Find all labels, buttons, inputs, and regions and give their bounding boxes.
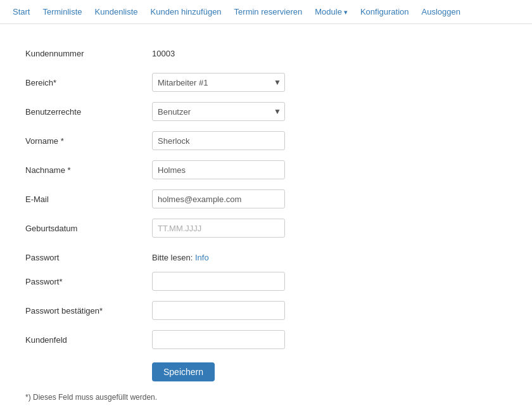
passwort-info-text: Bitte lesen: Info bbox=[152, 253, 209, 262]
passwort-bestaetigen-input[interactable] bbox=[152, 301, 285, 320]
save-button[interactable]: Speichern bbox=[152, 362, 215, 381]
kundenfeld-label: Kundenfeld bbox=[25, 335, 152, 345]
save-button-row: Speichern bbox=[25, 359, 507, 381]
bereich-label: Bereich* bbox=[25, 78, 152, 87]
geburtsdatum-input[interactable] bbox=[152, 219, 285, 238]
bereich-select-wrapper: Mitarbeiter #1 Mitarbeiter #2 Mitarbeite… bbox=[152, 73, 285, 92]
vorname-input[interactable] bbox=[152, 131, 285, 150]
nav-start[interactable]: Start bbox=[6, 0, 36, 24]
vorname-label: Vorname * bbox=[25, 136, 152, 146]
vorname-row: Vorname * bbox=[25, 131, 507, 151]
email-input[interactable] bbox=[152, 189, 285, 208]
geburtsdatum-row: Geburtsdatum bbox=[25, 218, 507, 238]
kundennummer-row: Kundennummer 10003 bbox=[25, 43, 507, 63]
nav-module-dropdown[interactable]: Module bbox=[308, 0, 354, 24]
benutzerrechte-label: Benutzerrechte bbox=[25, 107, 152, 117]
bereich-row: Bereich* Mitarbeiter #1 Mitarbeiter #2 M… bbox=[25, 72, 507, 93]
passwort-input[interactable] bbox=[152, 272, 285, 291]
kundennummer-label: Kundennummer bbox=[25, 49, 152, 58]
nav-konfiguration[interactable]: Konfiguration bbox=[354, 0, 415, 24]
email-label: E-Mail bbox=[25, 195, 152, 204]
passwort-field-row: Passwort* bbox=[25, 271, 507, 291]
kundenfeld-input[interactable] bbox=[152, 330, 285, 349]
kundennummer-value: 10003 bbox=[152, 49, 175, 58]
nachname-label: Nachname * bbox=[25, 165, 152, 175]
passwort-field-label: Passwort* bbox=[25, 277, 152, 286]
passwort-info-row: Passwort Bitte lesen: Info bbox=[25, 247, 507, 267]
passwort-label: Passwort bbox=[25, 253, 152, 262]
required-note: *) Dieses Feld muss ausgefüllt werden. bbox=[25, 393, 507, 402]
nachname-row: Nachname * bbox=[25, 160, 507, 180]
benutzerrechte-select-wrapper: Benutzer Administrator ▼ bbox=[152, 102, 285, 121]
nav-ausloggen[interactable]: Ausloggen bbox=[415, 0, 467, 24]
passwort-info-link[interactable]: Info bbox=[195, 253, 209, 262]
kundenfeld-row: Kundenfeld bbox=[25, 329, 507, 350]
nav-module-link[interactable]: Module bbox=[308, 0, 354, 24]
email-row: E-Mail bbox=[25, 189, 507, 209]
nachname-input[interactable] bbox=[152, 160, 285, 179]
nav-terminliste[interactable]: Terminliste bbox=[36, 0, 88, 24]
passwort-bestaetigen-label: Passwort bestätigen* bbox=[25, 306, 152, 316]
main-container: Kundennummer 10003 Bereich* Mitarbeiter … bbox=[0, 24, 532, 415]
nav-termin-reservieren[interactable]: Termin reservieren bbox=[228, 0, 309, 24]
nav-kundenliste[interactable]: Kundenliste bbox=[89, 0, 144, 24]
passwort-bestaetigen-row: Passwort bestätigen* bbox=[25, 300, 507, 321]
benutzerrechte-row: Benutzerrechte Benutzer Administrator ▼ bbox=[25, 101, 507, 122]
geburtsdatum-label: Geburtsdatum bbox=[25, 224, 152, 233]
nav-kunden-hinzufuegen[interactable]: Kunden hinzufügen bbox=[144, 0, 228, 24]
bereich-select[interactable]: Mitarbeiter #1 Mitarbeiter #2 Mitarbeite… bbox=[152, 73, 285, 92]
benutzerrechte-select[interactable]: Benutzer Administrator bbox=[152, 102, 285, 121]
main-nav: Start Terminliste Kundenliste Kunden hin… bbox=[0, 0, 532, 24]
passwort-bitte-lesen: Bitte lesen: bbox=[152, 253, 195, 262]
